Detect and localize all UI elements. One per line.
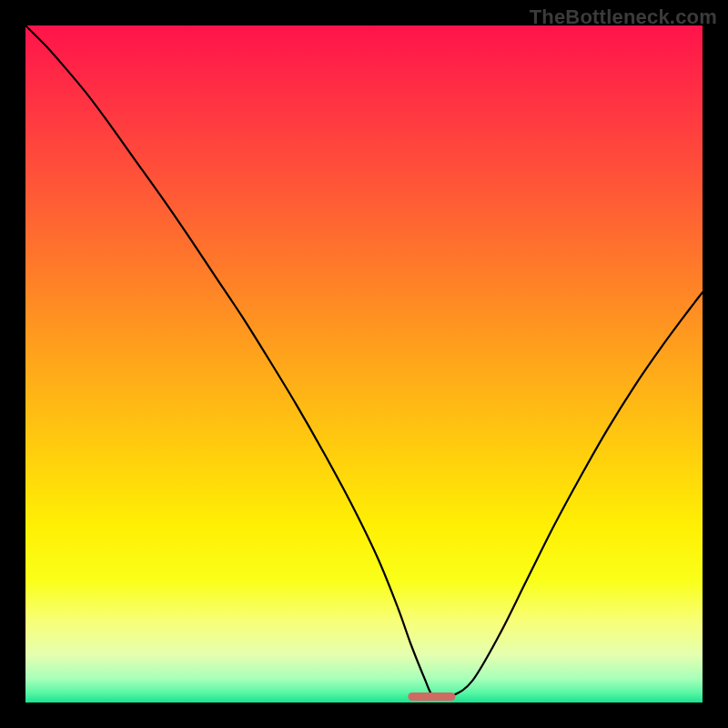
plot-background [25, 25, 703, 703]
bottleneck-chart [0, 0, 728, 728]
chart-container: { "watermark": "TheBottleneck.com", "cha… [0, 0, 728, 728]
optimal-marker [408, 693, 455, 701]
watermark-text: TheBottleneck.com [530, 5, 717, 29]
